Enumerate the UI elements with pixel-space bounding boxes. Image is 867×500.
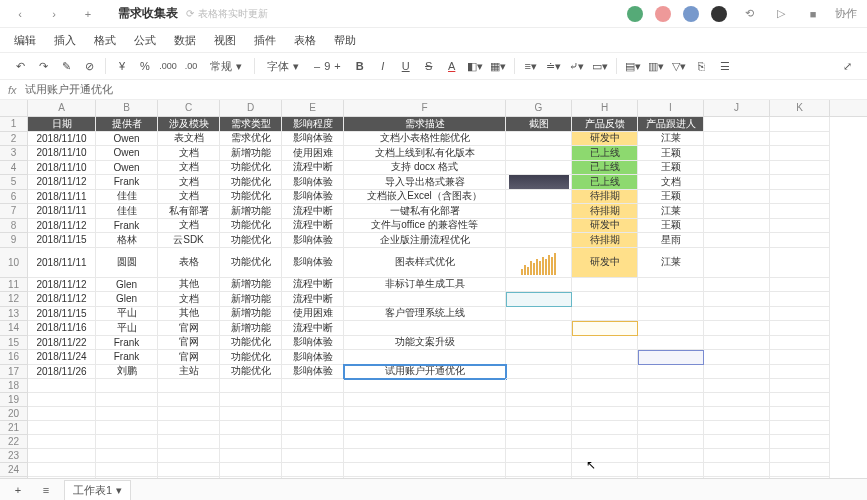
cell[interactable]: 佳佳 [96, 190, 158, 205]
cell[interactable]: 流程中断 [282, 321, 344, 336]
cell[interactable] [344, 379, 506, 393]
cell[interactable] [220, 449, 282, 463]
video-icon[interactable]: ■ [803, 4, 823, 24]
valign-button[interactable]: ≐▾ [544, 56, 564, 76]
cell[interactable] [572, 336, 638, 351]
cell[interactable] [96, 407, 158, 421]
menu-item[interactable]: 帮助 [334, 33, 356, 48]
cell[interactable] [638, 292, 704, 307]
cell[interactable] [506, 321, 572, 336]
col-header[interactable]: G [506, 100, 572, 116]
cell[interactable] [344, 393, 506, 407]
cell[interactable] [220, 435, 282, 449]
cell[interactable]: 影响体验 [282, 248, 344, 278]
underline-button[interactable]: U [396, 56, 416, 76]
cell[interactable] [506, 233, 572, 248]
table-header[interactable]: 截图 [506, 117, 572, 132]
undo-icon[interactable]: ↶ [10, 56, 30, 76]
add-sheet-icon[interactable]: + [8, 480, 28, 500]
cell[interactable] [572, 407, 638, 421]
cell[interactable]: 星雨 [638, 233, 704, 248]
cell[interactable] [704, 449, 770, 463]
cell[interactable]: 流程中断 [282, 204, 344, 219]
row-header[interactable]: 7 [0, 204, 28, 219]
cell[interactable] [158, 393, 220, 407]
cell[interactable]: 平山 [96, 307, 158, 322]
cell[interactable] [638, 379, 704, 393]
cell[interactable]: 试用账户开通优化 [344, 365, 506, 380]
menu-item[interactable]: 表格 [294, 33, 316, 48]
cell[interactable] [704, 407, 770, 421]
cell[interactable] [220, 463, 282, 477]
table-header[interactable]: 需求描述 [344, 117, 506, 132]
cell[interactable]: 2018/11/12 [28, 292, 96, 307]
row-header[interactable]: 19 [0, 393, 28, 407]
cell[interactable] [96, 379, 158, 393]
cell[interactable]: 2018/11/11 [28, 190, 96, 205]
cell[interactable] [344, 421, 506, 435]
cell[interactable]: 江莱 [638, 204, 704, 219]
cell[interactable]: Frank [96, 175, 158, 190]
cell[interactable]: 文档 [158, 190, 220, 205]
cell[interactable] [770, 407, 830, 421]
cell[interactable] [572, 393, 638, 407]
cell[interactable]: 流程中断 [282, 219, 344, 234]
play-icon[interactable]: ▷ [771, 4, 791, 24]
cell[interactable]: 文档 [638, 175, 704, 190]
cell[interactable] [282, 393, 344, 407]
cell[interactable] [506, 278, 572, 293]
merge-button[interactable]: ▭▾ [590, 56, 610, 76]
avatar[interactable] [655, 6, 671, 22]
cell[interactable] [96, 463, 158, 477]
cell[interactable]: 功能优化 [220, 175, 282, 190]
cell[interactable]: 文档嵌入Excel（含图表） [344, 190, 506, 205]
cell[interactable] [506, 350, 572, 365]
col-header[interactable]: B [96, 100, 158, 116]
list-button[interactable]: ☰ [715, 56, 735, 76]
cell[interactable]: 功能文案升级 [344, 336, 506, 351]
cell[interactable]: Glen [96, 292, 158, 307]
cell[interactable] [506, 292, 572, 307]
doc-title[interactable]: 需求收集表 [118, 5, 178, 22]
strike-button[interactable]: S [419, 56, 439, 76]
cell[interactable] [158, 379, 220, 393]
cell[interactable] [638, 435, 704, 449]
cell[interactable] [506, 146, 572, 161]
table-header[interactable]: 日期 [28, 117, 96, 132]
cell[interactable] [506, 132, 572, 147]
cell[interactable]: 其他 [158, 278, 220, 293]
cell[interactable] [220, 379, 282, 393]
cell[interactable] [282, 379, 344, 393]
cell[interactable] [770, 449, 830, 463]
avatar[interactable] [683, 6, 699, 22]
menu-item[interactable]: 插件 [254, 33, 276, 48]
col-header[interactable]: K [770, 100, 830, 116]
cell[interactable] [96, 393, 158, 407]
cell[interactable] [572, 449, 638, 463]
cell[interactable]: 文档上线到私有化版本 [344, 146, 506, 161]
cell[interactable]: 文件与office 的兼容性等 [344, 219, 506, 234]
row-header[interactable]: 14 [0, 321, 28, 336]
percent-button[interactable]: % [135, 56, 155, 76]
col-header[interactable]: E [282, 100, 344, 116]
cell[interactable]: 2018/11/22 [28, 336, 96, 351]
cell[interactable]: 新增功能 [220, 321, 282, 336]
cell[interactable]: 江莱 [638, 132, 704, 147]
cell[interactable] [572, 435, 638, 449]
cell[interactable]: 导入导出格式兼容 [344, 175, 506, 190]
cell[interactable] [344, 292, 506, 307]
cell[interactable]: 研发中 [572, 248, 638, 278]
cell[interactable]: 待排期 [572, 204, 638, 219]
cell[interactable]: 功能优化 [220, 350, 282, 365]
cell[interactable] [770, 393, 830, 407]
fill-color-button[interactable]: ◧▾ [465, 56, 485, 76]
col-header[interactable]: D [220, 100, 282, 116]
currency-button[interactable]: ¥ [112, 56, 132, 76]
cell[interactable]: 客户管理系统上线 [344, 307, 506, 322]
cell[interactable] [158, 421, 220, 435]
cell[interactable] [158, 435, 220, 449]
cell[interactable] [344, 449, 506, 463]
cell[interactable]: Owen [96, 146, 158, 161]
cell[interactable] [572, 307, 638, 322]
cell[interactable]: 王颖 [638, 161, 704, 176]
